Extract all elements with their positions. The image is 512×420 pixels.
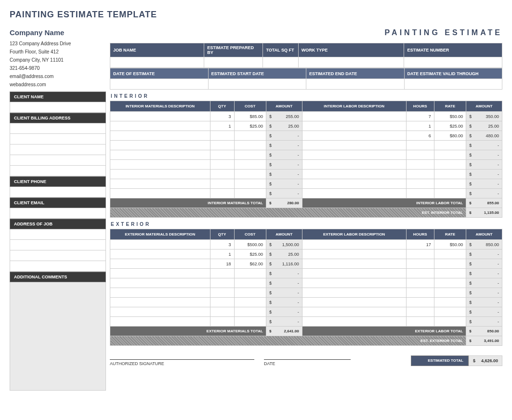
- ext-mat-desc[interactable]: [110, 317, 210, 327]
- ext-hours[interactable]: [406, 259, 434, 269]
- int-cost[interactable]: $85.00: [234, 112, 266, 121]
- ext-lab-desc[interactable]: [302, 298, 406, 307]
- int-cost[interactable]: [234, 160, 266, 170]
- work-type-input[interactable]: [298, 57, 404, 68]
- sqft-input[interactable]: [263, 57, 298, 68]
- ext-qty[interactable]: [210, 298, 234, 307]
- ext-rate[interactable]: [434, 249, 466, 259]
- valid-through-input[interactable]: [404, 79, 502, 90]
- int-qty[interactable]: 1: [210, 121, 234, 131]
- int-rate[interactable]: $80.00: [434, 131, 466, 141]
- int-cost[interactable]: [234, 150, 266, 160]
- int-rate[interactable]: $25.00: [434, 121, 466, 131]
- job-name-input[interactable]: [110, 57, 204, 68]
- int-mat-desc[interactable]: [110, 141, 210, 150]
- ext-hours[interactable]: [406, 307, 434, 317]
- int-rate[interactable]: [434, 141, 466, 150]
- ext-lab-desc[interactable]: [302, 269, 406, 278]
- ext-hours[interactable]: 17: [406, 240, 434, 249]
- ext-rate[interactable]: [434, 317, 466, 327]
- ext-cost[interactable]: $500.00: [234, 240, 266, 249]
- int-rate[interactable]: [434, 150, 466, 160]
- ext-hours[interactable]: [406, 278, 434, 288]
- int-qty[interactable]: [210, 150, 234, 160]
- int-cost[interactable]: $25.00: [234, 121, 266, 131]
- int-mat-desc[interactable]: [110, 131, 210, 141]
- ext-mat-desc[interactable]: [110, 288, 210, 298]
- int-lab-desc[interactable]: [302, 179, 406, 189]
- ext-lab-desc[interactable]: [302, 307, 406, 317]
- int-hours[interactable]: [406, 179, 434, 189]
- int-mat-desc[interactable]: [110, 170, 210, 179]
- int-qty[interactable]: 3: [210, 112, 234, 121]
- int-qty[interactable]: [210, 131, 234, 141]
- int-mat-desc[interactable]: [110, 121, 210, 131]
- ext-mat-desc[interactable]: [110, 249, 210, 259]
- int-lab-desc[interactable]: [302, 121, 406, 131]
- ext-lab-desc[interactable]: [302, 259, 406, 269]
- int-mat-desc[interactable]: [110, 112, 210, 121]
- ext-hours[interactable]: [406, 298, 434, 307]
- ext-hours[interactable]: [406, 269, 434, 278]
- ext-cost[interactable]: [234, 298, 266, 307]
- ext-rate[interactable]: [434, 298, 466, 307]
- ext-hours[interactable]: [406, 249, 434, 259]
- int-mat-desc[interactable]: [110, 160, 210, 170]
- ext-lab-desc[interactable]: [302, 317, 406, 327]
- ext-mat-desc[interactable]: [110, 278, 210, 288]
- ext-lab-desc[interactable]: [302, 278, 406, 288]
- ext-mat-desc[interactable]: [110, 240, 210, 249]
- ext-qty[interactable]: [210, 317, 234, 327]
- ext-cost[interactable]: $25.00: [234, 249, 266, 259]
- billing-input-2[interactable]: [10, 134, 106, 144]
- int-lab-desc[interactable]: [302, 131, 406, 141]
- int-cost[interactable]: [234, 179, 266, 189]
- comments-input[interactable]: [10, 282, 106, 391]
- int-lab-desc[interactable]: [302, 150, 406, 160]
- job-address-input-1[interactable]: [10, 229, 106, 240]
- ext-cost[interactable]: [234, 307, 266, 317]
- int-mat-desc[interactable]: [110, 150, 210, 160]
- int-qty[interactable]: [210, 189, 234, 198]
- ext-rate[interactable]: [434, 259, 466, 269]
- int-lab-desc[interactable]: [302, 141, 406, 150]
- ext-qty[interactable]: 18: [210, 259, 234, 269]
- int-cost[interactable]: [234, 141, 266, 150]
- billing-input-5[interactable]: [10, 166, 106, 176]
- billing-input-3[interactable]: [10, 144, 106, 155]
- int-rate[interactable]: [434, 189, 466, 198]
- int-lab-desc[interactable]: [302, 189, 406, 198]
- prepared-by-input[interactable]: [204, 57, 263, 68]
- ext-rate[interactable]: [434, 269, 466, 278]
- ext-mat-desc[interactable]: [110, 298, 210, 307]
- ext-lab-desc[interactable]: [302, 240, 406, 249]
- ext-mat-desc[interactable]: [110, 307, 210, 317]
- est-num-input[interactable]: [404, 57, 502, 68]
- ext-lab-desc[interactable]: [302, 249, 406, 259]
- ext-lab-desc[interactable]: [302, 288, 406, 298]
- ext-cost[interactable]: [234, 269, 266, 278]
- ext-cost[interactable]: [234, 288, 266, 298]
- end-date-input[interactable]: [306, 79, 405, 90]
- ext-qty[interactable]: [210, 288, 234, 298]
- int-hours[interactable]: [406, 160, 434, 170]
- int-cost[interactable]: [234, 170, 266, 179]
- int-mat-desc[interactable]: [110, 189, 210, 198]
- job-address-input-3[interactable]: [10, 250, 106, 261]
- int-rate[interactable]: $50.00: [434, 112, 466, 121]
- ext-qty[interactable]: [210, 307, 234, 317]
- billing-input-1[interactable]: [10, 123, 106, 134]
- job-address-input-4[interactable]: [10, 261, 106, 272]
- int-hours[interactable]: [406, 189, 434, 198]
- int-cost[interactable]: [234, 189, 266, 198]
- int-hours[interactable]: 6: [406, 131, 434, 141]
- ext-rate[interactable]: $50.00: [434, 240, 466, 249]
- int-hours[interactable]: [406, 150, 434, 160]
- client-email-input[interactable]: [10, 208, 106, 219]
- ext-qty[interactable]: [210, 269, 234, 278]
- int-rate[interactable]: [434, 179, 466, 189]
- int-cost[interactable]: [234, 131, 266, 141]
- ext-rate[interactable]: [434, 288, 466, 298]
- ext-hours[interactable]: [406, 288, 434, 298]
- ext-qty[interactable]: [210, 278, 234, 288]
